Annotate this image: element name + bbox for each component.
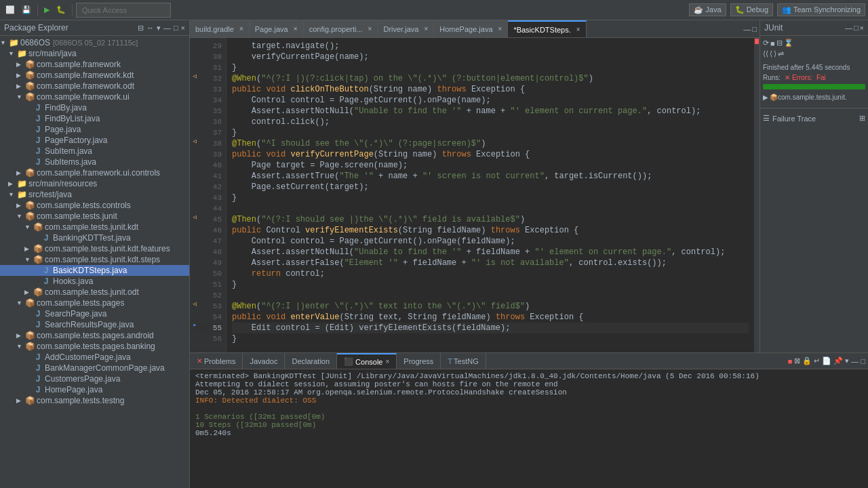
junit-progress-bar: [763, 84, 865, 89]
tab-page-java-close[interactable]: ×: [294, 25, 298, 33]
tab-config-properties[interactable]: config.properti... ×: [304, 20, 378, 37]
close-panel-btn[interactable]: ×: [181, 24, 185, 33]
console-scroll-lock-btn[interactable]: 🔒: [802, 353, 812, 369]
junit-nav-next-btn[interactable]: ⟩: [774, 49, 776, 58]
tree-item-customers-page[interactable]: ▶ J CustomersPage.java: [0, 373, 189, 384]
junit-close-btn[interactable]: ×: [860, 24, 864, 32]
console-minimize-btn[interactable]: —: [851, 353, 859, 369]
link-editor-btn[interactable]: ↔: [146, 24, 154, 33]
tree-item-cst-junit-kdt-features[interactable]: ▶ 📦 com.sample.tests.junit.kdt.features: [0, 243, 189, 254]
junit-nav-prev-btn[interactable]: ⟨: [770, 49, 772, 58]
tree-item-page[interactable]: ▶ J Page.java: [0, 124, 189, 135]
gutter-43: [190, 190, 199, 201]
tree-item-csf-ui-controls[interactable]: ▶ 📦 com.sample.framework.ui.controls: [0, 167, 189, 178]
main-area: Package Explorer ⊟ ↔ ▾ — □ × ▼ 📁 0686OS …: [0, 20, 868, 488]
toolbar-btn-new[interactable]: ⬜: [3, 4, 18, 16]
tree-item-subitem[interactable]: ▶ J SubItem.java: [0, 146, 189, 157]
tree-item-findbylist[interactable]: ▶ J FindByList.java: [0, 113, 189, 124]
debug-perspective-btn[interactable]: 🐛 Debug: [730, 3, 773, 16]
btab-console[interactable]: ⬛ Console ×: [337, 353, 397, 369]
junit-compare-btn[interactable]: ⇌: [778, 49, 784, 58]
junit-rerun-btn[interactable]: ⟳: [763, 39, 769, 47]
tree-item-src-test-java[interactable]: ▼ 📁 src/test/java: [0, 189, 189, 200]
junit-tree-root[interactable]: ▶ 📦 com.sample.tests.junit.: [763, 94, 865, 101]
tree-item-pagefactory[interactable]: ▶ J PageFactory.java: [0, 135, 189, 146]
junit-history-btn[interactable]: ⌛: [784, 39, 793, 47]
btab-testng[interactable]: T TestNG: [441, 353, 486, 369]
console-word-wrap-btn[interactable]: ↵: [814, 353, 820, 369]
tree-item-cst-junit-kdt[interactable]: ▼ 📦 com.sample.tests.junit.kdt: [0, 222, 189, 232]
btab-problems[interactable]: ✕ Problems: [190, 353, 243, 369]
code-content-area[interactable]: target.navigate(); verifyCurrentPage(nam…: [226, 38, 754, 352]
btab-declaration[interactable]: Declaration: [285, 353, 337, 369]
minimize-btn[interactable]: —: [163, 24, 171, 33]
tree-item-basicKDT[interactable]: ▶ J BasicKDTSteps.java: [0, 265, 189, 276]
tree-item-cst-pages-banking[interactable]: ▼ 📦 com.sample.tests.pages.banking: [0, 341, 189, 352]
tab-config-close[interactable]: ×: [368, 25, 372, 33]
console-display-btn[interactable]: ▾: [845, 353, 849, 369]
tree-item-banking-kdt[interactable]: ▶ J BankingKDTTest.java: [0, 232, 189, 243]
console-terminate-btn[interactable]: ■: [788, 353, 793, 369]
maximize-btn[interactable]: □: [174, 24, 178, 33]
team-sync-perspective-btn[interactable]: 👥 Team Synchronizing: [777, 3, 865, 16]
collapse-all-btn[interactable]: ⊟: [138, 24, 144, 33]
junit-nav-first-btn[interactable]: ⟨⟨: [763, 49, 768, 58]
console-open-file-btn[interactable]: 📄: [822, 353, 831, 369]
tree-item-com-sample-framework-kdt[interactable]: ▶ 📦 com.sample.framework.kdt: [0, 70, 189, 81]
btab-console-close[interactable]: ×: [385, 358, 389, 365]
tab-driver-java[interactable]: Driver.java ×: [378, 20, 434, 37]
minimize-editor-btn[interactable]: —: [743, 25, 751, 33]
tree-item-cst-testng[interactable]: ▶ 📦 com.sample.tests.testng: [0, 395, 189, 406]
tree-item-cst-junit-odt[interactable]: ▶ 📦 com.sample.tests.junit.odt: [0, 287, 189, 298]
quick-access-input[interactable]: [76, 3, 171, 18]
tree-item-cst-pages-android[interactable]: ▶ 📦 com.sample.tests.pages.android: [0, 330, 189, 341]
toolbar-btn-debug[interactable]: 🐛: [54, 4, 68, 16]
gutter-33: [190, 81, 199, 92]
junit-maximize-btn[interactable]: □: [854, 24, 859, 32]
tree-item-bank-manager[interactable]: ▶ J BankManagerCommonPage.java: [0, 363, 189, 373]
tab-homepage-close[interactable]: ×: [498, 25, 502, 33]
tree-item-subitems[interactable]: ▶ J SubItems.java: [0, 157, 189, 167]
java-perspective-btn[interactable]: ☕ Java: [689, 3, 726, 16]
junit-failure-trace-header: ☰ Failure Trace ⊞: [760, 111, 868, 125]
toolbar-btn-save[interactable]: 💾: [19, 4, 34, 16]
junit-minimize-btn[interactable]: —: [845, 24, 852, 32]
tab-build-gradle[interactable]: build.gradle ×: [190, 20, 250, 37]
tree-item-homepage-tree[interactable]: ▶ J HomePage.java: [0, 384, 189, 395]
tree-item-com-sample-framework-ui[interactable]: ▼ 📦 com.sample.framework.ui: [0, 92, 189, 102]
tree-item-search-page[interactable]: ▶ J SearchPage.java: [0, 308, 189, 319]
tree-item-cst-pages[interactable]: ▼ 📦 com.sample.tests.pages: [0, 298, 189, 308]
btab-progress[interactable]: Progress: [397, 353, 441, 369]
tree-item-findby[interactable]: ▶ J FindBy.java: [0, 102, 189, 113]
toolbar-btn-run[interactable]: ▶: [41, 4, 52, 16]
tree-item-cst-junit[interactable]: ▼ 📦 com.sample.tests.junit: [0, 211, 189, 222]
tree-item-cst-junit-kdt-steps[interactable]: ▼ 📦 com.sample.tests.junit.kdt.steps: [0, 254, 189, 265]
console-maximize-btn[interactable]: □: [861, 353, 865, 369]
tree-item-search-results[interactable]: ▶ J SearchResultsPage.java: [0, 319, 189, 330]
tab-basicKDT-steps[interactable]: *BasicKDTSteps. ×: [508, 20, 586, 37]
junit-stop-btn[interactable]: ■: [770, 39, 775, 47]
tree-item-hooks[interactable]: ▶ J Hooks.java: [0, 276, 189, 287]
console-clear-btn[interactable]: ⊠: [794, 353, 800, 369]
btab-javadoc[interactable]: Javadoc: [243, 353, 285, 369]
tab-build-gradle-close[interactable]: ×: [239, 25, 243, 33]
tree-item-src-main-java[interactable]: ▼ 📁 src/main/java: [0, 48, 189, 59]
tree-item-cst-controls[interactable]: ▶ 📦 com.sample.tests.controls: [0, 200, 189, 211]
junit-toolbar: ⟳ ■ ⊟ ⌛ ⟨⟨ ⟨ ⟩ ⇌: [760, 36, 868, 61]
console-toolbar-icons: ■ ⊠ 🔒 ↵ 📄 📌 ▾ — □: [788, 353, 868, 369]
console-line-6: 10 Steps ([32m10 passed[0m): [195, 421, 863, 429]
maximize-editor-btn[interactable]: □: [752, 25, 757, 33]
tree-item-root[interactable]: ▼ 📁 0686OS [0686OS 05_02 171115c]: [0, 37, 189, 48]
tab-homepage-java[interactable]: HomePage.java ×: [434, 20, 508, 37]
tab-driver-close[interactable]: ×: [424, 25, 428, 33]
tree-item-com-sample-framework-odt[interactable]: ▶ 📦 com.sample.framework.odt: [0, 81, 189, 92]
tab-page-java[interactable]: Page.java ×: [250, 20, 304, 37]
tree-item-com-sample-framework[interactable]: ▶ 📦 com.sample.framework: [0, 59, 189, 70]
console-pin-btn[interactable]: 📌: [833, 353, 843, 369]
editor-panel: build.gradle × Page.java × config.proper…: [190, 20, 760, 352]
tree-item-src-main-resources[interactable]: ▶ 📁 src/main/resources: [0, 178, 189, 189]
tab-basicKDT-close[interactable]: ×: [576, 26, 580, 33]
junit-filter-btn[interactable]: ⊟: [776, 39, 783, 47]
tree-item-add-customer[interactable]: ▶ J AddCustomerPage.java: [0, 352, 189, 363]
view-menu-btn[interactable]: ▾: [157, 24, 161, 33]
